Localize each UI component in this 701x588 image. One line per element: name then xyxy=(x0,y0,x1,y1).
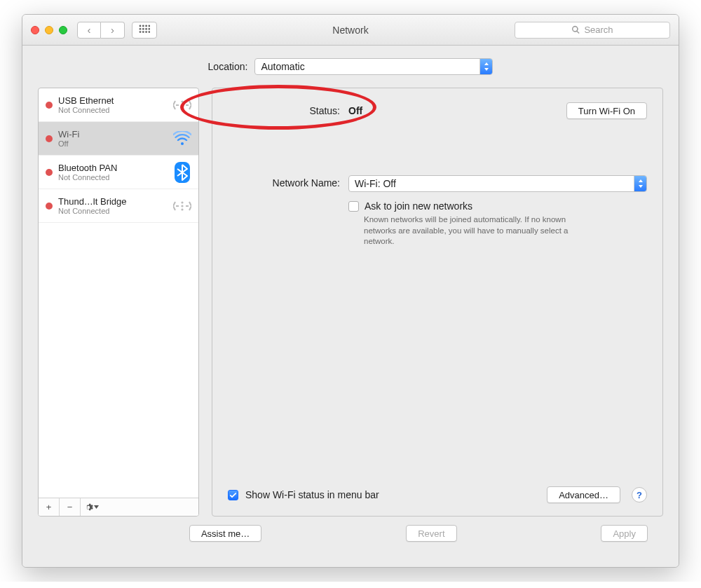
status-dot-icon xyxy=(46,169,53,176)
interface-bluetooth-pan[interactable]: Bluetooth PAN Not Connected xyxy=(39,156,198,189)
show-menu-label: Show Wi-Fi status in menu bar xyxy=(245,489,379,500)
nav-buttons: ‹ › xyxy=(77,22,125,39)
minus-icon: − xyxy=(67,502,73,512)
interface-toolbar: + − xyxy=(39,498,198,516)
svg-point-17 xyxy=(181,201,183,203)
svg-point-12 xyxy=(181,104,183,106)
svg-point-18 xyxy=(181,208,183,210)
svg-point-8 xyxy=(139,31,142,33)
back-button[interactable]: ‹ xyxy=(77,22,101,39)
network-preferences-window: ‹ › Network Search Location: xyxy=(22,14,679,568)
status-value: Off xyxy=(348,105,362,116)
interface-name: Wi-Fi xyxy=(58,129,166,139)
svg-point-1 xyxy=(142,25,144,27)
wifi-icon xyxy=(172,131,193,146)
svg-point-4 xyxy=(139,27,142,29)
titlebar: ‹ › Network Search xyxy=(22,15,679,46)
status-row: Status: Off Turn Wi-Fi On xyxy=(228,102,647,119)
svg-point-11 xyxy=(149,31,151,33)
dropdown-arrow-icon xyxy=(634,176,646,191)
interface-status: Not Connected xyxy=(58,173,166,182)
interface-name: Bluetooth PAN xyxy=(58,163,166,173)
chevron-left-icon: ‹ xyxy=(88,24,91,36)
interface-label-group: Bluetooth PAN Not Connected xyxy=(58,163,166,182)
revert-button[interactable]: Revert xyxy=(406,525,456,542)
location-row: Location: Automatic xyxy=(38,58,663,75)
interface-label-group: Thund…lt Bridge Not Connected xyxy=(58,196,166,215)
window-controls xyxy=(31,26,67,34)
show-menu-checkbox[interactable] xyxy=(228,490,238,500)
main-row: USB Ethernet Not Connected Wi-Fi Off xyxy=(38,88,663,517)
search-input[interactable]: Search xyxy=(515,22,670,39)
svg-point-6 xyxy=(145,27,147,29)
interface-actions-button[interactable] xyxy=(81,498,102,516)
minimize-window-button[interactable] xyxy=(45,26,53,34)
search-icon xyxy=(571,25,580,34)
status-dot-icon xyxy=(46,102,53,109)
location-value: Automatic xyxy=(261,61,304,72)
interface-thunderbolt-bridge[interactable]: Thund…lt Bridge Not Connected xyxy=(39,189,198,223)
question-icon: ? xyxy=(637,490,642,500)
turn-wifi-on-button[interactable]: Turn Wi-Fi On xyxy=(566,102,647,119)
help-button[interactable]: ? xyxy=(632,487,647,502)
network-name-label: Network Name: xyxy=(228,175,340,189)
interface-status: Not Connected xyxy=(58,207,166,215)
ask-to-join-checkbox[interactable] xyxy=(348,201,359,212)
status-dot-icon xyxy=(46,135,53,142)
detail-panel: Status: Off Turn Wi-Fi On Network Name: … xyxy=(212,88,663,517)
svg-point-5 xyxy=(142,27,144,29)
bluetooth-icon xyxy=(172,162,193,183)
grid-icon xyxy=(139,25,150,36)
show-all-button[interactable] xyxy=(132,22,157,39)
network-name-row: Network Name: Wi-Fi: Off Ask to join new… xyxy=(228,175,647,247)
bottom-row: Show Wi-Fi status in menu bar Advanced… … xyxy=(228,486,647,503)
dropdown-arrow-icon xyxy=(479,59,492,74)
gear-icon xyxy=(83,502,99,512)
location-select[interactable]: Automatic xyxy=(254,58,493,75)
network-name-select[interactable]: Wi-Fi: Off xyxy=(348,175,647,192)
content: Location: Automatic USB Ethernet Not Con… xyxy=(22,46,679,567)
assist-me-button[interactable]: Assist me… xyxy=(189,525,261,542)
close-window-button[interactable] xyxy=(31,26,39,34)
status-dot-icon xyxy=(46,203,53,210)
interface-label-group: Wi-Fi Off xyxy=(58,129,166,148)
plus-icon: + xyxy=(46,502,52,512)
svg-point-10 xyxy=(145,31,147,33)
svg-point-2 xyxy=(145,25,147,27)
ethernet-icon xyxy=(172,98,193,112)
interface-usb-ethernet[interactable]: USB Ethernet Not Connected xyxy=(39,88,198,122)
search-placeholder: Search xyxy=(584,25,613,35)
ask-to-join-row: Ask to join new networks xyxy=(348,200,647,212)
interface-status: Not Connected xyxy=(58,106,166,114)
ask-to-join-label: Ask to join new networks xyxy=(365,200,472,212)
svg-point-14 xyxy=(181,107,183,109)
interface-wifi[interactable]: Wi-Fi Off xyxy=(39,122,198,156)
remove-interface-button[interactable]: − xyxy=(60,498,81,516)
interface-name: USB Ethernet xyxy=(58,95,166,106)
interface-list: USB Ethernet Not Connected Wi-Fi Off xyxy=(39,88,198,498)
zoom-window-button[interactable] xyxy=(59,26,67,34)
footer: Assist me… Revert Apply xyxy=(38,517,663,554)
interface-status: Off xyxy=(58,139,166,148)
svg-point-7 xyxy=(149,27,151,29)
svg-point-9 xyxy=(142,31,144,33)
interface-label-group: USB Ethernet Not Connected xyxy=(58,95,166,114)
chevron-right-icon: › xyxy=(111,24,114,36)
interface-name: Thund…lt Bridge xyxy=(58,196,166,207)
svg-point-0 xyxy=(139,25,142,27)
network-name-value: Wi-Fi: Off xyxy=(355,178,396,189)
apply-button[interactable]: Apply xyxy=(601,525,648,542)
svg-point-16 xyxy=(181,205,183,207)
ask-to-join-help: Known networks will be joined automatica… xyxy=(348,214,580,247)
forward-button[interactable]: › xyxy=(101,22,125,39)
status-label: Status: xyxy=(228,105,340,116)
ethernet-icon xyxy=(172,199,193,213)
advanced-button[interactable]: Advanced… xyxy=(547,486,620,503)
add-interface-button[interactable]: + xyxy=(39,498,60,516)
svg-point-3 xyxy=(149,25,151,27)
interface-sidebar: USB Ethernet Not Connected Wi-Fi Off xyxy=(38,88,199,517)
location-label: Location: xyxy=(208,61,248,72)
svg-point-13 xyxy=(181,100,183,102)
